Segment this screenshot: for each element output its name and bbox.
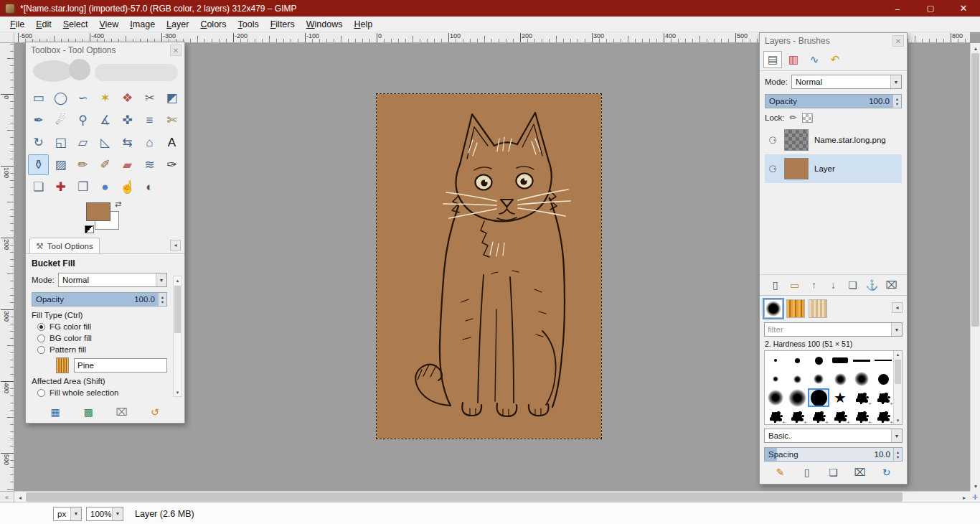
bucket-fill-tool[interactable]: ⚱ — [28, 154, 49, 175]
foreground-color-swatch[interactable] — [86, 202, 110, 221]
new-brush-button[interactable]: ▯ — [798, 464, 816, 480]
fill-type-fg-color-fill[interactable]: FG color fill — [37, 322, 167, 331]
ellipse-select-tool[interactable]: ◯ — [50, 88, 71, 108]
brush-item[interactable] — [829, 351, 851, 370]
visibility-eye-icon[interactable]: ⚆ — [767, 164, 778, 174]
vertical-ruler[interactable]: 0100200300400500 — [0, 43, 14, 491]
measure-tool[interactable]: ∡ — [95, 110, 116, 131]
brush-item[interactable] — [872, 351, 894, 370]
fuzzy-select-tool[interactable]: ✶ — [95, 88, 116, 108]
zoom-select[interactable]: 100% ▼ — [86, 507, 123, 521]
duplicate-brush-button[interactable]: ❏ — [825, 464, 842, 480]
default-colors-icon[interactable] — [85, 225, 94, 233]
layer-row[interactable]: ⚆Layer — [765, 154, 902, 183]
lower-layer-button[interactable]: ↓ — [825, 277, 842, 293]
close-button[interactable]: ✕ — [947, 0, 980, 17]
chevron-down-icon[interactable]: ▼ — [112, 507, 123, 520]
spinner[interactable]: ▲▼ — [893, 448, 902, 461]
heal-tool[interactable]: ✚ — [50, 177, 71, 197]
options-scroll-thumb[interactable] — [174, 286, 181, 333]
menu-layer[interactable]: Layer — [161, 18, 194, 31]
brush-scrollbar[interactable]: ▲ ▼ — [893, 351, 902, 424]
delete-tool-preset-button[interactable]: ⌧ — [113, 404, 131, 420]
patterns-tab[interactable] — [786, 299, 805, 318]
brush-item[interactable]: + — [829, 407, 851, 425]
brush-item[interactable] — [808, 370, 829, 388]
brush-group-select[interactable]: Basic. ▼ — [764, 429, 903, 443]
spacing-slider[interactable]: Spacing 10.0 ▲▼ — [764, 447, 903, 462]
blur-sharpen-tool[interactable]: ● — [95, 177, 116, 197]
new-layer-group-button[interactable]: ▭ — [786, 277, 804, 293]
free-select-tool[interactable]: ∽ — [72, 88, 93, 108]
paint-mode-select[interactable]: Normal ▼ — [58, 273, 167, 287]
brush-item[interactable]: + — [786, 407, 808, 425]
spin-up-icon[interactable]: ▲ — [896, 450, 900, 454]
dodge-burn-tool[interactable]: ◐ — [139, 177, 160, 197]
menu-image[interactable]: Image — [124, 18, 161, 31]
chevron-down-icon[interactable]: ▼ — [156, 273, 166, 286]
vertical-scroll-thumb[interactable] — [971, 53, 979, 327]
channels-tab[interactable]: ▥ — [784, 51, 803, 68]
menu-file[interactable]: File — [4, 18, 30, 31]
brush-item[interactable] — [808, 351, 829, 370]
color-picker-tool[interactable]: ☄ — [50, 110, 71, 131]
rectangle-select-tool[interactable]: ▭ — [28, 88, 49, 108]
menu-view[interactable]: View — [93, 18, 124, 31]
lock-alpha-icon[interactable] — [802, 113, 813, 123]
new-layer-button[interactable]: ▯ — [767, 277, 784, 293]
spin-up-icon[interactable]: ▲ — [161, 295, 164, 299]
paths-tool[interactable]: ✒ — [28, 110, 49, 131]
undo-history-tab[interactable]: ↶ — [826, 51, 844, 68]
scroll-down-icon[interactable]: ▼ — [174, 388, 182, 396]
scroll-up-icon[interactable]: ▲ — [174, 276, 182, 284]
brush-item[interactable] — [829, 370, 851, 388]
paths-tab[interactable]: ∿ — [805, 51, 824, 68]
tab-menu-icon[interactable]: ◂ — [892, 302, 903, 313]
brush-item[interactable]: + — [765, 407, 786, 425]
brush-item[interactable] — [786, 388, 808, 407]
delete-layer-button[interactable]: ⌧ — [883, 277, 900, 293]
menu-help[interactable]: Help — [348, 18, 378, 31]
align-tool[interactable]: ≡ — [139, 110, 160, 131]
text-tool[interactable]: A — [161, 132, 182, 153]
menu-edit[interactable]: Edit — [30, 18, 57, 31]
rotate-tool[interactable]: ↻ — [28, 132, 49, 153]
horizontal-scroll-thumb[interactable] — [26, 492, 903, 502]
layer-opacity-slider[interactable]: Opacity 100.0 ▲▼ — [765, 94, 902, 108]
pencil-tool[interactable]: ✏ — [72, 154, 93, 175]
vertical-scrollbar[interactable]: ▲ ▼ — [970, 43, 980, 491]
edit-brush-button[interactable]: ✎ — [772, 464, 789, 480]
horizontal-scroll-track[interactable] — [26, 492, 958, 502]
perspective-clone-tool[interactable]: ❐ — [72, 177, 93, 197]
foreground-select-tool[interactable]: ◩ — [161, 88, 182, 108]
close-icon[interactable]: ✕ — [892, 35, 904, 47]
duplicate-layer-button[interactable]: ❏ — [844, 277, 862, 293]
smudge-tool[interactable]: ☝ — [117, 177, 138, 197]
brushes-tab[interactable] — [764, 299, 783, 318]
navigation-icon[interactable]: ✛ — [970, 491, 980, 502]
scroll-up-icon[interactable]: ▲ — [894, 351, 902, 358]
layers-panel-titlebar[interactable]: Layers - Brushes ✕ — [760, 33, 907, 49]
scale-tool[interactable]: ◱ — [50, 132, 71, 153]
chevron-down-icon[interactable]: ▼ — [891, 429, 902, 442]
scroll-down-icon[interactable]: ▼ — [894, 417, 902, 424]
spin-down-icon[interactable]: ▼ — [896, 455, 900, 459]
pattern-name-input[interactable] — [74, 358, 167, 373]
gradients-tab[interactable] — [809, 299, 827, 318]
clone-tool[interactable]: ❏ — [28, 177, 49, 197]
menu-filters[interactable]: Filters — [265, 18, 301, 31]
canvas[interactable] — [377, 94, 601, 439]
spinner[interactable]: ▲▼ — [158, 293, 166, 306]
scissors-select-tool[interactable]: ✂ — [139, 88, 160, 108]
refresh-brushes-button[interactable]: ↻ — [878, 464, 895, 480]
restore-tool-preset-button[interactable]: ▩ — [80, 404, 97, 420]
airbrush-tool[interactable]: ≋ — [139, 154, 160, 175]
menu-windows[interactable]: Windows — [301, 18, 349, 31]
brush-item[interactable] — [765, 370, 786, 388]
brush-item[interactable] — [765, 388, 786, 407]
brush-item[interactable] — [786, 351, 808, 370]
chevron-down-icon[interactable]: ▼ — [890, 75, 901, 88]
chevron-down-icon[interactable]: ▼ — [891, 323, 902, 336]
scroll-up-icon[interactable]: ▲ — [971, 43, 980, 53]
ruler-origin-corner[interactable] — [0, 32, 14, 43]
